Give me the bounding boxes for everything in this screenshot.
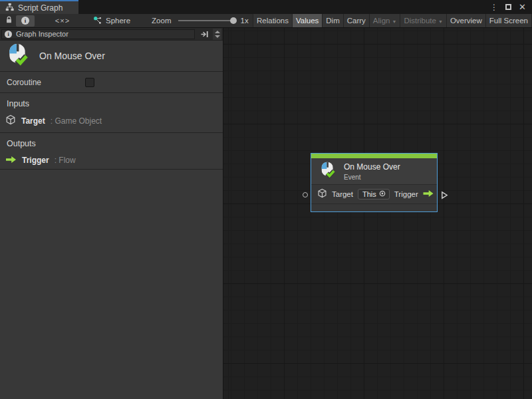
lock-icon <box>5 16 13 25</box>
graph-canvas[interactable]: On Mouse Over Event Target This <box>223 28 532 399</box>
scroll-up-icon[interactable] <box>215 31 220 33</box>
tab-script-graph[interactable]: Script Graph <box>0 0 78 14</box>
info-icon: i <box>21 17 29 25</box>
toolbar-button-group: Relations Values Dim Carry Align ▼ Distr… <box>253 14 532 27</box>
inputs-header: Inputs <box>7 99 223 108</box>
inspector-header-bar: i Graph Inspector <box>0 28 223 41</box>
coroutine-checkbox[interactable] <box>85 78 94 87</box>
code-icon: <×> <box>55 17 70 25</box>
values-label: Values <box>296 17 319 25</box>
unit-header: On Mouse Over <box>0 41 223 72</box>
graph-owner-breadcrumb[interactable]: Sphere <box>93 16 130 26</box>
node-title: On Mouse Over <box>344 162 400 172</box>
zoom-label: Zoom <box>152 17 171 25</box>
dim-button[interactable]: Dim <box>323 14 343 27</box>
window-controls: ⋮ ✕ <box>490 0 532 14</box>
window-content: i Graph Inspector <box>0 28 532 399</box>
overview-label: Overview <box>450 17 482 25</box>
scroll-down-icon[interactable] <box>215 35 220 38</box>
overview-button[interactable]: Overview <box>447 14 486 27</box>
node-footer <box>311 204 437 211</box>
dock-right-icon <box>200 31 209 38</box>
tab-title: Script Graph <box>18 3 63 13</box>
node-port-row: Target This Trigger <box>311 185 437 204</box>
fullscreen-button[interactable]: Full Screen <box>486 14 532 27</box>
script-machine-icon <box>93 16 102 26</box>
tab-strip-empty <box>78 0 490 14</box>
script-graph-window: Script Graph ⋮ ✕ i <×> <box>0 0 532 399</box>
mouse-event-icon <box>319 161 336 182</box>
graph-owner-label: Sphere <box>106 17 130 25</box>
node-header[interactable]: On Mouse Over Event <box>311 158 437 185</box>
game-object-cube-icon <box>317 188 327 201</box>
graph-hierarchy-icon <box>5 3 14 13</box>
zoom-slider[interactable] <box>178 20 235 21</box>
output-trigger-row: Trigger : Flow <box>5 154 223 166</box>
inspector-title: Graph Inspector <box>16 30 68 38</box>
target-port-label: Target <box>332 190 353 198</box>
chevron-down-icon: ▼ <box>438 19 443 24</box>
align-label: Align <box>373 17 390 25</box>
input-type: : Game Object <box>51 116 102 126</box>
inspector-empty-area <box>0 170 223 399</box>
align-dropdown[interactable]: Align ▼ <box>370 14 401 27</box>
inputs-section: Inputs Target : Game Object <box>0 93 223 133</box>
node-subtitle: Event <box>344 174 400 181</box>
trigger-port-label: Trigger <box>394 190 418 198</box>
graph-inspector-panel: i Graph Inspector <box>0 28 223 399</box>
unit-title: On Mouse Over <box>39 51 105 61</box>
target-value: This <box>362 190 376 198</box>
outputs-section: Outputs Trigger : Flow <box>0 133 223 170</box>
mouse-event-icon <box>5 43 30 70</box>
output-type: : Flow <box>55 156 76 165</box>
code-view-button[interactable]: <×> <box>49 15 76 27</box>
coroutine-row: Coroutine <box>0 72 223 93</box>
output-name: Trigger <box>22 156 49 165</box>
dim-label: Dim <box>326 17 339 25</box>
target-value-pill[interactable]: This <box>358 189 390 200</box>
event-color-bar <box>311 154 437 158</box>
carry-label: Carry <box>347 17 366 25</box>
tab-bar: Script Graph ⋮ ✕ <box>0 0 532 14</box>
panel-scrub-control[interactable] <box>213 29 221 40</box>
target-picker-icon <box>379 190 386 198</box>
values-button[interactable]: Values <box>293 14 323 27</box>
close-icon[interactable]: ✕ <box>519 2 526 12</box>
flow-arrow-icon <box>422 188 434 200</box>
window-menu-icon[interactable]: ⋮ <box>490 3 498 12</box>
input-name: Target <box>21 116 45 126</box>
zoom-slider-handle[interactable] <box>230 17 237 24</box>
distribute-label: Distribute <box>404 17 436 25</box>
on-mouse-over-node[interactable]: On Mouse Over Event Target This <box>311 153 438 212</box>
distribute-dropdown[interactable]: Distribute ▼ <box>400 14 447 27</box>
info-icon: i <box>5 31 12 38</box>
input-target-row: Target : Game Object <box>5 114 223 128</box>
inspector-toggle-button[interactable]: i <box>16 15 35 27</box>
chevron-down-icon: ▼ <box>392 19 396 24</box>
game-object-cube-icon <box>5 114 16 128</box>
relations-button[interactable]: Relations <box>253 14 293 27</box>
node-header-text: On Mouse Over Event <box>344 162 400 181</box>
outputs-header: Outputs <box>7 139 223 148</box>
flow-output-port[interactable] <box>441 190 448 202</box>
value-input-port[interactable] <box>303 192 308 198</box>
carry-button[interactable]: Carry <box>344 14 370 27</box>
fullscreen-label: Full Screen <box>489 17 528 25</box>
maximize-icon[interactable] <box>505 4 511 10</box>
zoom-value: 1x <box>241 17 249 25</box>
flow-arrow-icon <box>5 154 17 166</box>
trigger-port[interactable]: Trigger <box>394 188 434 200</box>
coroutine-label: Coroutine <box>7 78 41 87</box>
graph-toolbar: i <×> Sphere Zoom 1x Relations <box>0 14 532 28</box>
lock-button[interactable] <box>1 15 16 27</box>
relations-label: Relations <box>257 17 289 25</box>
dock-panel-button[interactable] <box>197 29 211 39</box>
inspector-selector[interactable]: i Graph Inspector <box>1 29 195 39</box>
